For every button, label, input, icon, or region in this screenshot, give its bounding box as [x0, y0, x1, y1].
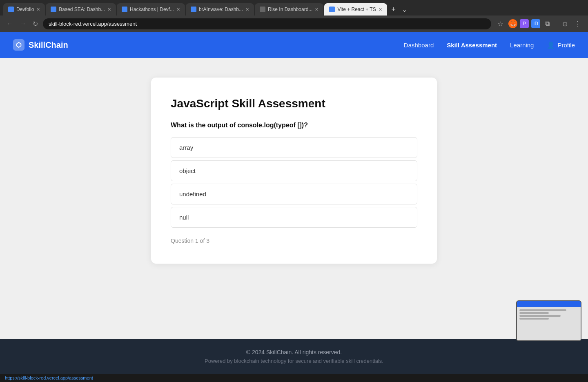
nav-link-dashboard[interactable]: Dashboard [404, 42, 434, 49]
purple-extension[interactable]: P [520, 19, 529, 28]
tab-hackathons[interactable]: Hackathons | Devf... ✕ [117, 3, 185, 16]
app-nav: SkillChain Dashboard Skill Assessment Le… [0, 32, 588, 58]
back-button[interactable]: ← [5, 18, 15, 29]
tab-vite-react[interactable]: Vite + React + TS ✕ [324, 3, 387, 16]
tab-label: Rise In Dashboard... [268, 7, 312, 12]
question-counter: Question 1 of 3 [171, 238, 417, 244]
tab-favicon [8, 7, 14, 12]
main-content: JavaScript Skill Assessment What is the … [0, 58, 588, 339]
thumb-line [519, 318, 549, 320]
tab-favicon [260, 7, 265, 12]
tab-label: Based SEA: Dashb... [59, 7, 105, 12]
footer-copyright: © 2024 SkillChain. All rights reserved. [10, 349, 578, 355]
address-bar: ← → ↻ ☆ 🦊 P ID ⧉ ⊙ ⋮ [0, 16, 588, 32]
thumb-line [519, 309, 566, 311]
tab-close-icon[interactable]: ✕ [379, 7, 382, 12]
tab-risein[interactable]: Rise In Dashboard... ✕ [255, 3, 323, 16]
tab-overflow-button[interactable]: ⌄ [400, 4, 409, 15]
tab-favicon [191, 7, 196, 12]
nav-link-skill-assessment[interactable]: Skill Assessment [447, 42, 497, 49]
thumb-line [519, 315, 561, 317]
tab-close-icon[interactable]: ✕ [36, 7, 40, 12]
question-text: What is the output of console.log(typeof… [171, 122, 417, 129]
tab-brainwave[interactable]: brAInwave: Dashb... ✕ [186, 3, 254, 16]
browser-actions: ☆ 🦊 P ID ⧉ ⊙ ⋮ [494, 18, 583, 29]
tab-close-icon[interactable]: ✕ [315, 7, 318, 12]
thumbnail-inner [517, 301, 581, 340]
app-footer: © 2024 SkillChain. All rights reserved. … [0, 339, 588, 374]
url-input[interactable] [43, 18, 491, 29]
nav-link-profile-label: Profile [557, 42, 575, 49]
tab-close-icon[interactable]: ✕ [245, 7, 249, 12]
footer-tagline: Powered by blockchain technology for sec… [10, 358, 578, 364]
id-extension[interactable]: ID [531, 19, 540, 28]
status-bar: https://skill-block-red.vercel.app/asses… [0, 374, 588, 382]
bookmark-button[interactable]: ☆ [494, 18, 506, 29]
puzzle-extension[interactable]: ⧉ [543, 19, 552, 28]
thumb-line [519, 312, 549, 314]
assessment-card: JavaScript Skill Assessment What is the … [151, 78, 437, 264]
tab-close-icon[interactable]: ✕ [176, 7, 180, 12]
tab-favicon [329, 7, 335, 12]
new-tab-button[interactable]: + [388, 4, 399, 15]
tab-label: brAInwave: Dashb... [199, 7, 243, 12]
divider [556, 20, 556, 28]
reload-button[interactable]: ↻ [31, 18, 40, 29]
brand-svg [15, 41, 22, 49]
tab-bar: Devfolio ✕ Based SEA: Dashb... ✕ Hackath… [0, 0, 588, 16]
thumb-body [517, 307, 581, 322]
app-wrapper: SkillChain Dashboard Skill Assessment Le… [0, 32, 588, 374]
menu-button[interactable]: ⋮ [572, 18, 583, 29]
profile-extension[interactable]: ⊙ [560, 19, 569, 28]
tab-close-icon[interactable]: ✕ [107, 7, 111, 12]
brand-icon [13, 39, 24, 51]
nav-link-profile[interactable]: 👤 Profile [547, 41, 575, 49]
metamask-extension[interactable]: 🦊 [508, 19, 517, 28]
tab-label: Devfolio [16, 7, 34, 12]
nav-brand[interactable]: SkillChain [13, 39, 68, 51]
forward-button[interactable]: → [18, 18, 28, 29]
tab-devfolio[interactable]: Devfolio ✕ [3, 3, 45, 16]
answer-options: array object undefined null [171, 137, 417, 228]
profile-icon: 👤 [547, 41, 555, 49]
thumbnail-overlay [516, 300, 581, 341]
answer-option-array[interactable]: array [171, 137, 417, 158]
tab-label: Hackathons | Devf... [130, 7, 174, 12]
brand-name: SkillChain [29, 40, 68, 50]
answer-option-undefined[interactable]: undefined [171, 184, 417, 204]
tab-label: Vite + React + TS [337, 7, 376, 12]
tab-favicon [51, 7, 56, 12]
nav-link-learning[interactable]: Learning [510, 42, 534, 49]
status-url: https://skill-block-red.vercel.app/asses… [5, 375, 93, 380]
assessment-title: JavaScript Skill Assessment [171, 97, 417, 110]
thumb-nav [517, 301, 581, 307]
nav-links: Dashboard Skill Assessment Learning 👤 Pr… [404, 41, 575, 49]
browser-chrome: Devfolio ✕ Based SEA: Dashb... ✕ Hackath… [0, 0, 588, 32]
answer-option-object[interactable]: object [171, 160, 417, 181]
tab-favicon [122, 7, 127, 12]
answer-option-null[interactable]: null [171, 207, 417, 228]
tab-basedsea[interactable]: Based SEA: Dashb... ✕ [46, 3, 116, 16]
